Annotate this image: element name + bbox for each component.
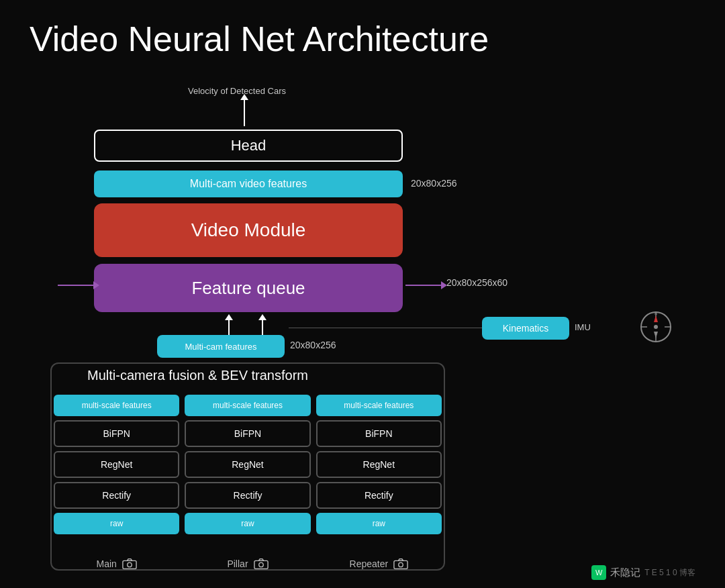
columns-container: multi-scale featuresBiFPNRegNetRectifyra… — [54, 395, 442, 534]
video-module-label: Video Module — [191, 219, 306, 241]
svg-marker-14 — [258, 559, 263, 561]
raw-1: raw — [185, 513, 310, 534]
svg-rect-9 — [123, 560, 136, 569]
watermark: W 禾隐记 T E 5 1 0 博客 — [591, 565, 695, 580]
svg-rect-12 — [254, 560, 267, 569]
ms-features-0: multi-scale features — [54, 395, 179, 416]
cam-name-0: Main — [96, 558, 116, 569]
bifpn-2: BiFPN — [316, 420, 442, 447]
velocity-arrow-up — [244, 99, 245, 126]
raw-2: raw — [316, 513, 442, 534]
head-box: Head — [94, 130, 403, 162]
svg-rect-15 — [394, 560, 407, 569]
kinematics-box: Kinematics — [482, 317, 569, 340]
multicam-feat-dim: 20x80x256 — [290, 340, 336, 350]
svg-point-16 — [399, 562, 403, 567]
cam-label-1: Pillar — [185, 558, 310, 570]
cam-name-1: Pillar — [227, 558, 248, 569]
ms-features-1: multi-scale features — [185, 395, 310, 416]
kinematics-label: Kinematics — [503, 323, 548, 334]
feature-queue-label: Feature queue — [191, 278, 305, 299]
rectify-2: Rectify — [316, 482, 442, 509]
svg-marker-7 — [654, 332, 658, 338]
regnet-0: RegNet — [54, 451, 179, 478]
kinematics-line — [289, 328, 482, 328]
fq-left-arrow — [58, 285, 94, 286]
rectify-1: Rectify — [185, 482, 310, 509]
svg-text:N: N — [655, 311, 657, 315]
camera-icon — [122, 558, 137, 570]
column-col-repeater: multi-scale featuresBiFPNRegNetRectifyra… — [316, 395, 442, 534]
multicam-feat-label: Multi-cam features — [185, 342, 257, 352]
cam-labels-row: MainPillarRepeater — [54, 558, 442, 570]
multicam-video-dim: 20x80x256 — [411, 178, 457, 189]
video-module-box: Video Module — [94, 203, 403, 257]
rectify-0: Rectify — [54, 482, 179, 509]
multicam-feat-box: Multi-cam features — [157, 335, 285, 358]
regnet-1: RegNet — [185, 451, 310, 478]
fq-right-arrow — [405, 285, 442, 286]
svg-marker-6 — [654, 315, 658, 322]
camera-icon — [393, 558, 408, 570]
ms-features-2: multi-scale features — [316, 395, 442, 416]
imu-label: IMU — [575, 322, 591, 332]
cam-label-0: Main — [54, 558, 179, 570]
svg-point-1 — [654, 325, 658, 329]
head-label: Head — [231, 137, 267, 154]
bifpn-0: BiFPN — [54, 420, 179, 447]
multicam-video-box: Multi-cam video features — [94, 170, 403, 197]
raw-0: raw — [54, 513, 179, 534]
svg-point-13 — [258, 562, 262, 567]
cam-name-2: Repeater — [350, 558, 389, 569]
cam-label-2: Repeater — [316, 558, 442, 570]
camera-icon — [254, 558, 269, 570]
page-title: Video Neural Net Architecture — [30, 19, 489, 59]
compass-icon: N — [639, 310, 673, 344]
watermark-sub: T E 5 1 0 博客 — [644, 567, 695, 579]
bifpn-1: BiFPN — [185, 420, 310, 447]
wechat-icon: W — [591, 565, 606, 580]
velocity-label: Velocity of Detected Cars — [188, 86, 286, 96]
svg-marker-11 — [127, 559, 132, 561]
svg-marker-17 — [398, 559, 403, 561]
column-col-main: multi-scale featuresBiFPNRegNetRectifyra… — [54, 395, 179, 534]
watermark-text: 禾隐记 — [610, 567, 640, 579]
svg-point-10 — [128, 562, 132, 567]
column-col-pillar: multi-scale featuresBiFPNRegNetRectifyra… — [185, 395, 310, 534]
feature-queue-box: Feature queue — [94, 264, 403, 312]
regnet-2: RegNet — [316, 451, 442, 478]
multicam-video-label: Multi-cam video features — [190, 178, 307, 190]
fusion-title: Multi-camera fusion & BEV transform — [87, 368, 308, 383]
fq-right-dim: 20x80x256x60 — [446, 277, 508, 288]
